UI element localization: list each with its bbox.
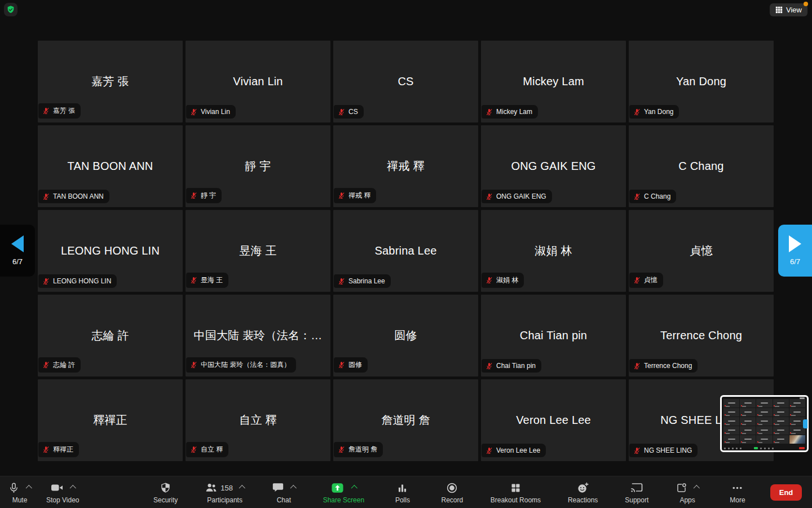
next-page-button[interactable]: 6/7 xyxy=(778,225,812,277)
participant-tile[interactable]: 貞憶貞憶 xyxy=(629,210,774,292)
prev-page-button[interactable]: 6/7 xyxy=(0,225,35,277)
toolbar-apps[interactable]: Apps xyxy=(676,480,699,504)
pip-video-thumbnail xyxy=(789,435,805,444)
muted-mic-icon xyxy=(486,362,493,370)
participant-tile[interactable]: LEONG HONG LINLEONG HONG LIN xyxy=(38,210,183,292)
participant-label-text: 釋禪正 xyxy=(53,445,73,454)
self-view-pip[interactable] xyxy=(720,395,809,452)
participant-label-text: LEONG HONG LIN xyxy=(53,277,111,285)
participant-label: Mickey Lam xyxy=(482,105,538,119)
pip-mini-tile xyxy=(740,435,756,444)
muted-mic-icon xyxy=(190,277,197,284)
pip-mini-tile xyxy=(723,399,739,408)
participant-tile[interactable]: 嘉芳 張嘉芳 張 xyxy=(38,41,183,122)
view-button[interactable]: View xyxy=(770,3,807,16)
participant-tile[interactable]: 自立 釋自立 釋 xyxy=(186,379,330,461)
chevron-up-icon[interactable] xyxy=(351,485,358,491)
toolbar-record[interactable]: Record xyxy=(441,480,464,504)
toolbar-item-label: Chat xyxy=(277,496,291,504)
participant-tile[interactable]: TAN BOON ANNTAN BOON ANN xyxy=(38,125,183,207)
participant-tile[interactable]: 圆修圆修 xyxy=(333,295,478,376)
pip-mini-tile xyxy=(773,399,789,408)
toolbar-item-label: Reactions xyxy=(568,496,598,504)
participant-label: 貞憶 xyxy=(629,273,663,288)
participant-tile[interactable]: Yan DongYan Dong xyxy=(629,41,774,122)
participant-tile[interactable]: Mickey LamMickey Lam xyxy=(481,41,626,122)
pip-mini-tile xyxy=(740,426,756,435)
participant-label: 志綸 許 xyxy=(38,357,81,373)
participant-tile[interactable]: 中国大陆 裴玲（法名：…中国大陆 裴玲（法名：圆真） xyxy=(186,295,330,376)
polls-icon xyxy=(396,482,408,494)
participant-label-text: 禪戒 釋 xyxy=(348,191,370,200)
participant-tile[interactable]: Chai Tian pinChai Tian pin xyxy=(481,295,626,376)
toolbar-security[interactable]: Security xyxy=(153,480,178,504)
participants-icon xyxy=(205,481,218,494)
participant-tile[interactable]: ONG GAIK ENGONG GAIK ENG xyxy=(481,125,626,207)
chevron-up-icon[interactable] xyxy=(290,485,296,491)
toolbar-support[interactable]: Support xyxy=(625,480,648,504)
participant-label: 圆修 xyxy=(334,357,368,373)
participant-label: Chai Tian pin xyxy=(482,359,541,373)
toolbar-stop-video[interactable]: Stop Video xyxy=(46,480,80,504)
muted-mic-icon xyxy=(486,277,493,284)
toolbar-more[interactable]: More xyxy=(726,480,749,504)
participant-label-text: 詹道明 詹 xyxy=(348,445,377,454)
muted-mic-icon xyxy=(190,361,197,369)
toolbar-left-group: MuteStop Video xyxy=(8,476,80,508)
participant-tile[interactable]: Sabrina LeeSabrina Lee xyxy=(333,210,478,292)
chevron-up-icon[interactable] xyxy=(239,485,245,491)
toolbar-breakout-rooms[interactable]: Breakout Rooms xyxy=(491,480,541,504)
meeting-window: View 嘉芳 張嘉芳 張Vivian LinVivian LinCSCSMic… xyxy=(0,0,812,508)
toolbar-polls[interactable]: Polls xyxy=(391,480,414,504)
muted-mic-icon xyxy=(42,361,50,369)
participant-label: 淑娟 林 xyxy=(482,273,524,288)
participant-tile[interactable]: 禪戒 釋禪戒 釋 xyxy=(333,125,478,207)
participant-tile[interactable]: 淑娟 林淑娟 林 xyxy=(481,210,626,292)
share-screen-icon xyxy=(330,481,345,494)
participant-label: 自立 釋 xyxy=(186,442,228,457)
participant-tile[interactable]: 釋禪正釋禪正 xyxy=(38,379,183,461)
mic-icon xyxy=(8,482,20,494)
apps-icon xyxy=(676,482,687,494)
pip-mini-tile xyxy=(773,435,789,444)
toolbar-participants[interactable]: 158Participants xyxy=(205,480,245,504)
encryption-shield-badge[interactable] xyxy=(4,3,17,16)
participant-label-text: TAN BOON ANN xyxy=(53,192,104,200)
participant-tile[interactable]: 詹道明 詹詹道明 詹 xyxy=(333,379,478,461)
pip-mini-tile xyxy=(723,426,739,435)
participant-tile[interactable]: 昱海 王昱海 王 xyxy=(186,210,330,292)
chat-icon xyxy=(272,481,284,494)
participant-tile[interactable]: 靜 宇靜 宇 xyxy=(186,125,330,207)
end-button[interactable]: End xyxy=(770,484,802,501)
muted-mic-icon xyxy=(633,277,641,284)
participant-tile[interactable]: Terrence ChongTerrence Chong xyxy=(629,295,774,376)
participant-tile[interactable]: Vivian LinVivian Lin xyxy=(186,41,330,122)
participant-tile[interactable]: CSCS xyxy=(333,41,478,122)
pip-mini-toolbar xyxy=(724,447,805,449)
toolbar-share-screen[interactable]: Share Screen xyxy=(323,480,364,504)
toolbar-item-label: Support xyxy=(625,496,648,504)
toolbar-reactions[interactable]: Reactions xyxy=(568,480,598,504)
participant-tile[interactable]: C ChangC Chang xyxy=(629,125,774,207)
toolbar-item-label: Polls xyxy=(395,496,410,504)
chevron-up-icon[interactable] xyxy=(26,485,32,491)
participant-label-text: C Chang xyxy=(644,192,670,200)
toolbar-middle-group: Security158ParticipantsChatShare ScreenP… xyxy=(153,476,749,508)
toolbar-item-label: Apps xyxy=(679,496,695,504)
participant-label-text: CS xyxy=(348,108,358,116)
pip-mini-tile xyxy=(756,426,772,435)
pip-mini-tile xyxy=(723,417,739,426)
chevron-up-icon[interactable] xyxy=(694,485,700,491)
participant-label: Sabrina Lee xyxy=(334,274,391,288)
toolbar-item-label: Mute xyxy=(12,496,28,504)
participant-label-text: 靜 宇 xyxy=(201,191,216,200)
pip-mini-tile xyxy=(756,435,772,444)
toolbar-mute[interactable]: Mute xyxy=(8,480,32,504)
pip-share-button xyxy=(754,447,758,449)
participant-label: NG SHEE LING xyxy=(629,444,698,457)
participant-label: Vivian Lin xyxy=(186,105,236,119)
participant-tile[interactable]: 志綸 許志綸 許 xyxy=(38,295,183,376)
toolbar-chat[interactable]: Chat xyxy=(272,480,296,504)
chevron-up-icon[interactable] xyxy=(69,485,76,491)
participant-tile[interactable]: Veron Lee LeeVeron Lee Lee xyxy=(481,379,626,461)
